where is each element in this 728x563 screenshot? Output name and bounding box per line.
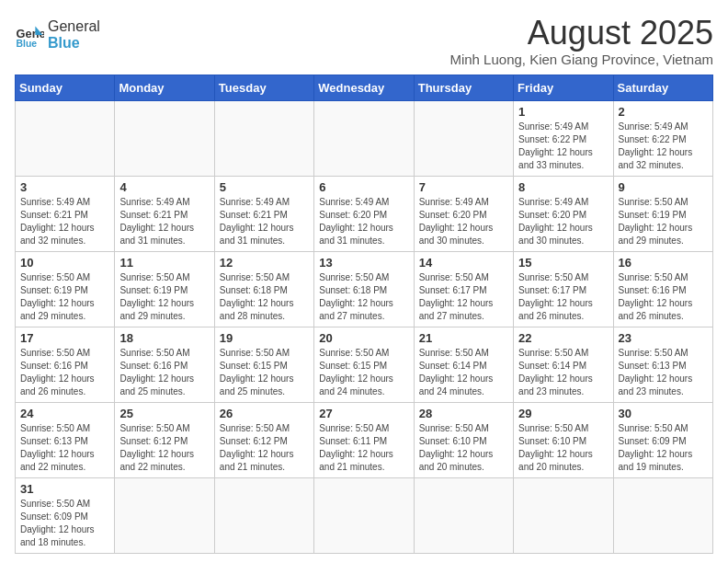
day-number: 12: [220, 256, 309, 270]
table-row: 31Sunrise: 5:50 AMSunset: 6:09 PMDayligh…: [16, 477, 115, 553]
day-info: Sunrise: 5:50 AMSunset: 6:16 PMDaylight:…: [619, 271, 708, 323]
page-header: General Blue General Blue August 2025 Mi…: [15, 15, 713, 67]
day-info: Sunrise: 5:50 AMSunset: 6:14 PMDaylight:…: [419, 347, 508, 398]
day-info: Sunrise: 5:49 AMSunset: 6:22 PMDaylight:…: [518, 121, 608, 172]
day-number: 9: [619, 180, 708, 194]
day-info: Sunrise: 5:50 AMSunset: 6:14 PMDaylight:…: [518, 347, 608, 398]
weekday-header-row: Sunday Monday Tuesday Wednesday Thursday…: [16, 75, 713, 100]
header-monday: Monday: [115, 75, 214, 100]
day-info: Sunrise: 5:50 AMSunset: 6:18 PMDaylight:…: [220, 271, 309, 323]
day-number: 15: [518, 256, 608, 270]
day-info: Sunrise: 5:50 AMSunset: 6:15 PMDaylight:…: [319, 347, 408, 398]
day-info: Sunrise: 5:50 AMSunset: 6:19 PMDaylight:…: [119, 271, 209, 323]
table-row: 19Sunrise: 5:50 AMSunset: 6:15 PMDayligh…: [214, 327, 313, 402]
day-number: 6: [319, 180, 408, 194]
calendar-row: 3Sunrise: 5:49 AMSunset: 6:21 PMDaylight…: [16, 176, 713, 251]
day-info: Sunrise: 5:50 AMSunset: 6:12 PMDaylight:…: [119, 422, 209, 474]
day-info: Sunrise: 5:50 AMSunset: 6:17 PMDaylight:…: [518, 271, 608, 323]
day-number: 26: [220, 407, 309, 420]
day-number: 22: [518, 331, 608, 345]
day-info: Sunrise: 5:50 AMSunset: 6:18 PMDaylight:…: [319, 271, 408, 323]
table-row: 8Sunrise: 5:49 AMSunset: 6:20 PMDaylight…: [514, 176, 613, 251]
day-number: 16: [619, 256, 708, 270]
day-info: Sunrise: 5:50 AMSunset: 6:16 PMDaylight:…: [20, 347, 109, 398]
day-number: 28: [419, 407, 508, 420]
day-number: 21: [419, 331, 508, 345]
table-row: 5Sunrise: 5:49 AMSunset: 6:21 PMDaylight…: [214, 176, 313, 251]
logo-general: General: [48, 18, 100, 35]
table-row: [514, 477, 613, 553]
table-row: 18Sunrise: 5:50 AMSunset: 6:16 PMDayligh…: [115, 327, 214, 402]
day-info: Sunrise: 5:50 AMSunset: 6:17 PMDaylight:…: [419, 271, 508, 323]
calendar-row: 24Sunrise: 5:50 AMSunset: 6:13 PMDayligh…: [16, 402, 713, 477]
day-number: 27: [319, 407, 408, 420]
table-row: 26Sunrise: 5:50 AMSunset: 6:12 PMDayligh…: [214, 402, 313, 477]
table-row: 12Sunrise: 5:50 AMSunset: 6:18 PMDayligh…: [214, 251, 313, 327]
table-row: [214, 100, 313, 176]
table-row: [16, 100, 115, 176]
day-number: 25: [119, 407, 209, 420]
day-number: 18: [119, 331, 209, 345]
day-number: 17: [20, 331, 109, 345]
day-number: 10: [20, 256, 109, 270]
table-row: 24Sunrise: 5:50 AMSunset: 6:13 PMDayligh…: [16, 402, 115, 477]
table-row: 23Sunrise: 5:50 AMSunset: 6:13 PMDayligh…: [613, 327, 712, 402]
table-row: 29Sunrise: 5:50 AMSunset: 6:10 PMDayligh…: [514, 402, 613, 477]
table-row: 21Sunrise: 5:50 AMSunset: 6:14 PMDayligh…: [414, 327, 513, 402]
table-row: [414, 477, 513, 553]
calendar-row: 10Sunrise: 5:50 AMSunset: 6:19 PMDayligh…: [16, 251, 713, 327]
header-saturday: Saturday: [613, 75, 712, 100]
calendar-table: Sunday Monday Tuesday Wednesday Thursday…: [15, 75, 713, 554]
day-info: Sunrise: 5:49 AMSunset: 6:20 PMDaylight:…: [518, 196, 608, 247]
table-row: 25Sunrise: 5:50 AMSunset: 6:12 PMDayligh…: [115, 402, 214, 477]
table-row: 9Sunrise: 5:50 AMSunset: 6:19 PMDaylight…: [613, 176, 712, 251]
day-number: 2: [619, 105, 708, 119]
day-info: Sunrise: 5:49 AMSunset: 6:21 PMDaylight:…: [119, 196, 209, 247]
day-info: Sunrise: 5:50 AMSunset: 6:13 PMDaylight:…: [20, 422, 109, 474]
day-number: 23: [619, 331, 708, 345]
table-row: 6Sunrise: 5:49 AMSunset: 6:20 PMDaylight…: [314, 176, 414, 251]
day-number: 29: [518, 407, 608, 420]
day-number: 1: [518, 105, 608, 119]
day-info: Sunrise: 5:50 AMSunset: 6:09 PMDaylight:…: [20, 498, 109, 549]
day-number: 19: [220, 331, 309, 345]
logo-icon: General Blue: [15, 20, 44, 50]
day-info: Sunrise: 5:49 AMSunset: 6:22 PMDaylight:…: [619, 121, 708, 172]
location-subtitle: Minh Luong, Kien Giang Province, Vietnam: [449, 52, 713, 67]
table-row: 22Sunrise: 5:50 AMSunset: 6:14 PMDayligh…: [514, 327, 613, 402]
day-number: 13: [319, 256, 408, 270]
svg-text:Blue: Blue: [17, 38, 38, 48]
table-row: 17Sunrise: 5:50 AMSunset: 6:16 PMDayligh…: [16, 327, 115, 402]
table-row: 30Sunrise: 5:50 AMSunset: 6:09 PMDayligh…: [613, 402, 712, 477]
table-row: [115, 477, 214, 553]
calendar-row: 1Sunrise: 5:49 AMSunset: 6:22 PMDaylight…: [16, 100, 713, 176]
day-info: Sunrise: 5:50 AMSunset: 6:12 PMDaylight:…: [220, 422, 309, 474]
day-info: Sunrise: 5:50 AMSunset: 6:13 PMDaylight:…: [619, 347, 708, 398]
table-row: [314, 477, 414, 553]
day-number: 11: [119, 256, 209, 270]
day-info: Sunrise: 5:50 AMSunset: 6:16 PMDaylight:…: [119, 347, 209, 398]
day-info: Sunrise: 5:50 AMSunset: 6:11 PMDaylight:…: [319, 422, 408, 474]
header-wednesday: Wednesday: [314, 75, 414, 100]
day-number: 3: [20, 180, 109, 194]
calendar-row: 31Sunrise: 5:50 AMSunset: 6:09 PMDayligh…: [16, 477, 713, 553]
table-row: 20Sunrise: 5:50 AMSunset: 6:15 PMDayligh…: [314, 327, 414, 402]
table-row: 13Sunrise: 5:50 AMSunset: 6:18 PMDayligh…: [314, 251, 414, 327]
day-info: Sunrise: 5:49 AMSunset: 6:21 PMDaylight:…: [20, 196, 109, 247]
day-number: 30: [619, 407, 708, 420]
day-info: Sunrise: 5:50 AMSunset: 6:19 PMDaylight:…: [20, 271, 109, 323]
table-row: [314, 100, 414, 176]
header-thursday: Thursday: [414, 75, 513, 100]
table-row: 1Sunrise: 5:49 AMSunset: 6:22 PMDaylight…: [514, 100, 613, 176]
day-info: Sunrise: 5:49 AMSunset: 6:20 PMDaylight:…: [319, 196, 408, 247]
table-row: 28Sunrise: 5:50 AMSunset: 6:10 PMDayligh…: [414, 402, 513, 477]
day-number: 7: [419, 180, 508, 194]
table-row: 27Sunrise: 5:50 AMSunset: 6:11 PMDayligh…: [314, 402, 414, 477]
logo: General Blue General Blue: [15, 15, 100, 51]
table-row: [414, 100, 513, 176]
table-row: 15Sunrise: 5:50 AMSunset: 6:17 PMDayligh…: [514, 251, 613, 327]
table-row: 14Sunrise: 5:50 AMSunset: 6:17 PMDayligh…: [414, 251, 513, 327]
header-sunday: Sunday: [16, 75, 115, 100]
day-info: Sunrise: 5:50 AMSunset: 6:15 PMDaylight:…: [220, 347, 309, 398]
day-number: 20: [319, 331, 408, 345]
